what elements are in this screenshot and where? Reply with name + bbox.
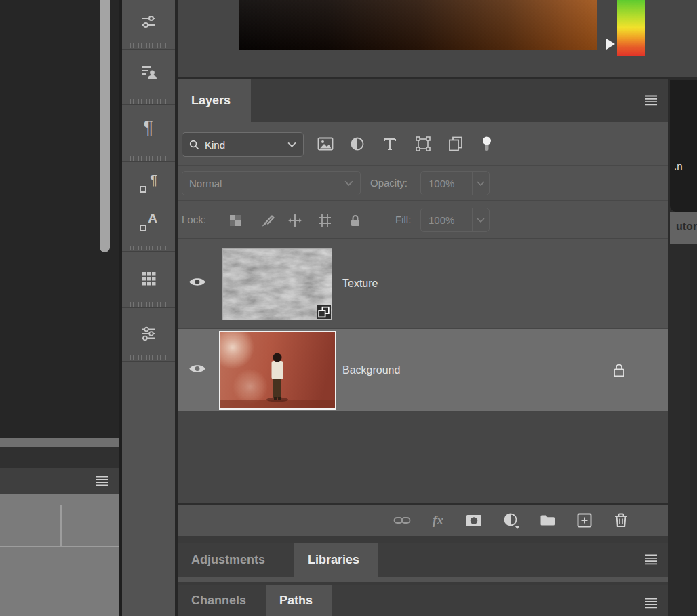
color-ramp[interactable] <box>617 0 645 56</box>
lock-transparency-icon[interactable] <box>227 212 243 229</box>
panel-dock: ¶ ¶ A <box>122 0 175 616</box>
pilcrow-glyph: ¶ <box>144 119 154 137</box>
lock-all-icon[interactable] <box>347 212 363 229</box>
new-group-folder-icon[interactable] <box>539 512 557 529</box>
opacity-value: 100% <box>421 172 472 195</box>
blend-mode-select[interactable]: Normal <box>182 171 361 195</box>
adjustment-layer-filter-icon[interactable] <box>348 135 366 153</box>
tab-label: Layers <box>191 94 231 108</box>
blend-mode-row: Normal Opacity: 100% <box>178 166 668 201</box>
chevron-down-icon <box>287 142 296 147</box>
dock-gripper <box>122 99 175 105</box>
panel-menu-icon[interactable] <box>95 476 111 488</box>
dock-gripper <box>122 355 175 362</box>
delete-layer-trash-icon[interactable] <box>612 512 630 529</box>
layers-list: Texture <box>178 239 668 503</box>
fill-label: Fill: <box>395 214 411 225</box>
tab-channels[interactable]: Channels <box>178 585 266 616</box>
right-panel-edge: .n utor <box>668 79 697 616</box>
link-layers-icon[interactable] <box>393 512 411 529</box>
smart-object-filter-icon[interactable] <box>447 135 464 153</box>
layer-row-texture[interactable]: Texture <box>178 239 668 328</box>
dock-gripper <box>122 43 175 50</box>
add-layer-mask-icon[interactable] <box>465 512 483 529</box>
layer-filter-row: Kind <box>178 122 668 166</box>
blend-mode-value: Normal <box>189 178 222 189</box>
tab-layers[interactable]: Layers <box>178 79 251 122</box>
panel-menu-icon[interactable] <box>643 598 660 610</box>
panel-menu-icon[interactable] <box>643 554 660 566</box>
pilcrow-box-icon: ¶ <box>138 174 159 194</box>
tab-adjustments[interactable]: Adjustments <box>178 543 294 577</box>
layer-thumbnail[interactable] <box>222 248 332 320</box>
layer-style-fx-icon[interactable]: fx <box>429 512 447 529</box>
properties-panel-icon[interactable] <box>138 324 159 344</box>
pixel-layer-filter-icon[interactable] <box>317 135 334 153</box>
gradient-preview[interactable] <box>239 0 597 50</box>
lock-position-move-icon[interactable] <box>287 212 303 229</box>
chevron-down-icon[interactable] <box>472 208 489 231</box>
pilcrow-glyph: ¶ <box>150 172 157 188</box>
tabbar-adjustments-libraries: Adjustments Libraries <box>178 543 668 577</box>
layer-filter-kind-select[interactable]: Kind <box>182 132 304 157</box>
layers-tabbar: Layers <box>178 79 668 122</box>
chevron-down-icon <box>344 180 353 186</box>
cell-divider <box>0 546 119 547</box>
opacity-input[interactable]: 100% <box>420 171 490 195</box>
lock-row: Lock: Fill: 100% <box>178 201 668 239</box>
dock-gripper <box>122 302 175 308</box>
dock-gripper <box>122 156 175 162</box>
new-layer-icon[interactable] <box>576 512 593 529</box>
clipped-text-fragment: utor <box>676 220 697 233</box>
character-box-icon: A <box>138 212 159 233</box>
fill-input[interactable]: 100% <box>420 208 490 232</box>
chevron-down-icon[interactable] <box>472 172 489 195</box>
paragraph-styles-box-panel-icon[interactable]: ¶ <box>138 174 159 194</box>
libraries-panel-edge <box>178 577 668 582</box>
tab-libraries[interactable]: Libraries <box>294 543 378 577</box>
lock-artboard-icon[interactable] <box>317 212 333 229</box>
cell-divider <box>60 505 62 546</box>
visibility-eye-icon[interactable] <box>188 276 209 291</box>
dock-gripper <box>122 246 175 252</box>
paragraph-styles-panel-icon[interactable] <box>138 62 159 82</box>
smart-object-badge <box>317 305 331 319</box>
character-glyph: A <box>148 211 157 226</box>
clipped-dark-panel: .n <box>670 80 697 212</box>
properties-panel-edge <box>178 0 697 79</box>
panel-gap <box>0 447 119 468</box>
tabbar-channels-paths: Channels Paths <box>178 585 668 616</box>
shape-layer-filter-icon[interactable] <box>414 135 432 153</box>
lock-label: Lock: <box>182 214 206 225</box>
layer-filter-toggle[interactable] <box>478 135 496 153</box>
gradient-stop-marker[interactable] <box>606 39 615 50</box>
scrollbar-thumb[interactable] <box>100 0 110 252</box>
paragraph-panel-icon[interactable]: ¶ <box>138 117 159 138</box>
lock-pixels-brush-icon[interactable] <box>260 212 276 229</box>
layer-thumbnail[interactable] <box>219 331 336 410</box>
layer-name: Texture <box>342 277 378 290</box>
layer-row-background[interactable]: Background <box>178 329 668 412</box>
layers-panel-menu-icon[interactable] <box>643 95 660 107</box>
visibility-eye-icon[interactable] <box>188 363 209 378</box>
photoshop-workspace: ¶ ¶ A Laye <box>0 0 697 616</box>
tab-label: Paths <box>279 594 313 608</box>
mixer-panel-icon[interactable] <box>138 12 159 32</box>
grid-panel-icon[interactable] <box>138 267 159 288</box>
fill-value: 100% <box>421 208 472 231</box>
style-box <box>140 225 146 231</box>
tab-label: Libraries <box>308 553 359 567</box>
character-styles-panel-icon[interactable]: A <box>138 212 159 233</box>
type-layer-filter-icon[interactable] <box>381 135 399 153</box>
layer-locked-icon <box>612 363 626 378</box>
left-panel-header <box>0 468 119 494</box>
clipped-gray-panel: utor <box>670 212 697 244</box>
layers-footer-toolbar: fx <box>178 503 668 536</box>
new-adjustment-layer-icon[interactable] <box>502 512 520 529</box>
tab-label: Adjustments <box>191 553 265 567</box>
tab-paths[interactable]: Paths <box>266 585 332 616</box>
tab-label: Channels <box>191 594 246 608</box>
layer-name: Background <box>342 364 400 377</box>
clipped-text-fragment: .n <box>674 160 683 172</box>
kind-label: Kind <box>205 139 225 151</box>
